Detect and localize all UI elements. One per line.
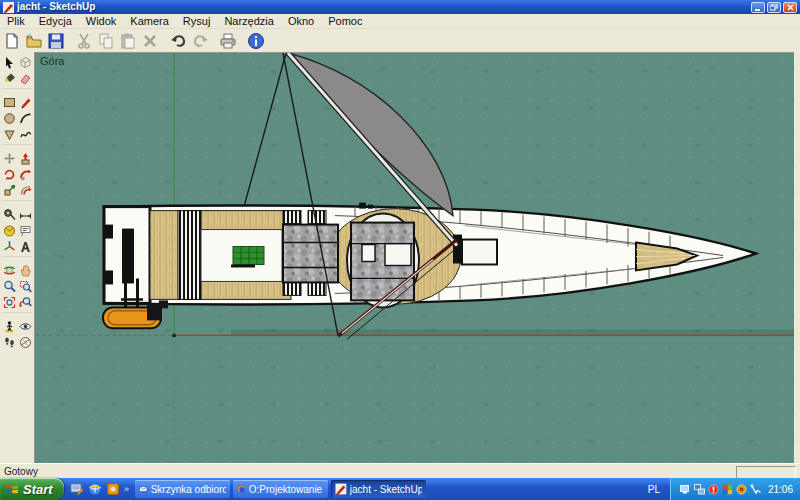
follow-me-tool[interactable] [17,166,33,182]
zoom-extents-tool[interactable] [1,294,17,310]
pan-hand-icon [19,264,32,277]
language-indicator[interactable]: PL [638,484,670,495]
rectangle-tool[interactable] [1,94,17,110]
tray-display-icon[interactable] [680,484,691,495]
start-button[interactable]: Start [0,478,64,500]
solar-panel [233,247,264,265]
rotate-icon [3,168,16,181]
task-button-inbox[interactable]: Skrzynka odbiorcza - ... [135,480,230,498]
freehand-tool[interactable] [17,126,33,142]
open-button[interactable] [23,30,45,51]
make-component-tool[interactable] [17,54,33,70]
eraser-tool[interactable] [17,70,33,86]
tray-messenger-icon[interactable] [722,484,733,495]
tape-measure-tool[interactable] [1,206,17,222]
palette-separator [2,200,32,205]
print-button[interactable] [217,30,239,51]
restore-button[interactable] [767,2,781,13]
select-tool[interactable] [1,54,17,70]
redo-icon [191,32,210,50]
undo-button[interactable] [167,30,189,51]
delete-x-icon [141,32,159,50]
pan-tool[interactable] [17,262,33,278]
menu-kamera[interactable]: Kamera [123,14,176,28]
paste-button[interactable] [117,30,139,51]
zoom-window-tool[interactable] [17,278,33,294]
delete-button[interactable] [139,30,161,51]
3d-text-tool[interactable] [17,238,33,254]
offset-icon [19,184,32,197]
close-button[interactable] [783,2,797,13]
dimension-tool[interactable] [17,206,33,222]
quick-launch-overflow-chevron[interactable]: » [124,484,129,494]
rectangle-icon [3,96,16,109]
cabin-hatch-large [385,244,411,266]
show-desktop-icon[interactable] [70,482,84,496]
tray-alert-icon[interactable] [708,484,719,495]
cut-button[interactable] [73,30,95,51]
window-title: jacht - SketchUp [17,0,751,14]
firefox-icon [237,483,246,495]
protractor-tool[interactable] [1,222,17,238]
tray-network-icon[interactable] [694,484,705,495]
menu-pomoc[interactable]: Pomoc [321,14,369,28]
yacht-top-view-drawing [35,53,794,463]
quick-launch: » [64,482,135,496]
task-button-sketchup[interactable]: jacht - SketchUp [331,480,426,498]
title-bar[interactable]: jacht - SketchUp [0,0,800,14]
text-tool[interactable] [17,222,33,238]
new-button[interactable] [1,30,23,51]
scale-icon [3,184,16,197]
tray-update-icon[interactable] [736,484,747,495]
minimize-button[interactable] [751,2,765,13]
menu-rysuj[interactable]: Rysuj [176,14,218,28]
zoom-tool[interactable] [1,278,17,294]
zoom-previous-tool[interactable] [17,294,33,310]
internet-explorer-icon[interactable] [88,482,102,496]
push-pull-tool[interactable] [17,150,33,166]
tray-mouse-icon[interactable] [750,484,762,495]
axes-tool[interactable] [1,238,17,254]
save-button[interactable] [45,30,67,51]
standard-toolbar [0,29,800,53]
scale-tool[interactable] [1,182,17,198]
companionway-grate [178,211,201,300]
menu-edycja[interactable]: Edycja [32,14,79,28]
line-tool[interactable] [17,94,33,110]
redo-button[interactable] [189,30,211,51]
model-info-button[interactable] [245,30,267,51]
taskbar-clock[interactable]: 21:06 [768,484,793,495]
move-tool[interactable] [1,150,17,166]
walk-tool[interactable] [1,334,17,350]
task-button-browser[interactable]: O:Projektowanie jach... [233,480,328,498]
orbit-tool[interactable] [1,262,17,278]
arc-icon [19,112,32,125]
task-label: O:Projektowanie jach... [249,484,324,495]
arc-tool[interactable] [17,110,33,126]
quick-launch-app-icon[interactable] [106,482,120,496]
paste-icon [119,32,137,50]
circle-tool[interactable] [1,110,17,126]
menu-widok[interactable]: Widok [79,14,124,28]
section-plane-tool[interactable] [17,334,33,350]
cockpit-grate [308,282,326,295]
copy-button[interactable] [95,30,117,51]
tape-measure-icon [3,208,16,221]
model-viewport[interactable]: Góra [34,52,794,463]
menu-plik[interactable]: Plik [0,14,32,28]
view-name-label: Góra [40,55,64,67]
menu-narzedzia[interactable]: Narzędzia [217,14,281,28]
save-icon [47,32,65,50]
paint-bucket-icon [3,72,16,85]
polygon-tool[interactable] [1,126,17,142]
offset-tool[interactable] [17,182,33,198]
windows-flag-icon [5,482,19,496]
position-camera-tool[interactable] [1,318,17,334]
push-pull-icon [19,152,32,165]
undo-icon [169,32,188,50]
paint-bucket-tool[interactable] [1,70,17,86]
menu-okno[interactable]: Okno [281,14,321,28]
rotate-tool[interactable] [1,166,17,182]
look-around-tool[interactable] [17,318,33,334]
select-arrow-icon [3,56,16,69]
